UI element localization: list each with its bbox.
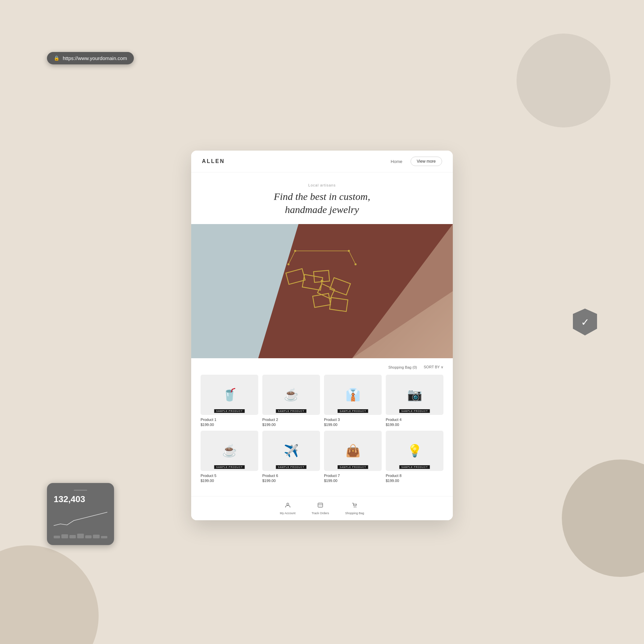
product-price-4: $199.00 bbox=[386, 423, 443, 427]
product-card-8[interactable]: 💡 SAMPLE PRODUCT Product 8 $199.00 bbox=[386, 431, 443, 483]
bottom-nav: My Account Track Orders Shopping Bag bbox=[191, 496, 453, 520]
product-badge-1: SAMPLE PRODUCT bbox=[214, 409, 245, 413]
product-icon-2: ☕ bbox=[284, 388, 299, 402]
products-grid: 🥤 SAMPLE PRODUCT Product 1 $199.00 ☕ SAM… bbox=[201, 375, 443, 483]
bar-6 bbox=[93, 535, 99, 538]
product-image-5: ☕ SAMPLE PRODUCT bbox=[201, 431, 258, 471]
widget-handle bbox=[74, 490, 87, 491]
bottom-nav-item-shopping-bag[interactable]: Shopping Bag bbox=[345, 502, 364, 515]
product-icon-1: 🥤 bbox=[222, 388, 237, 402]
product-image-6: ✈️ SAMPLE PRODUCT bbox=[262, 431, 320, 471]
bottom-nav-icon-1 bbox=[317, 502, 324, 510]
hero-title-line1: Find the best in custom, bbox=[274, 191, 370, 202]
product-image-2: ☕ SAMPLE PRODUCT bbox=[262, 375, 320, 415]
bottom-nav-label-2: Shopping Bag bbox=[345, 512, 364, 515]
product-name-4: Product 4 bbox=[386, 418, 443, 422]
bar-3 bbox=[69, 535, 76, 538]
bottom-nav-item-my-account[interactable]: My Account bbox=[280, 502, 296, 515]
product-image-bg-1: 🥤 bbox=[201, 375, 258, 415]
product-image-bg-4: 📷 bbox=[386, 375, 443, 415]
product-name-6: Product 6 bbox=[262, 474, 320, 478]
bottom-nav-icon-2 bbox=[351, 502, 358, 510]
product-image-8: 💡 SAMPLE PRODUCT bbox=[386, 431, 443, 471]
security-badge: ✓ bbox=[573, 309, 597, 335]
lock-icon: 🔒 bbox=[54, 55, 59, 61]
product-image-1: 🥤 SAMPLE PRODUCT bbox=[201, 375, 258, 415]
checkmark-icon: ✓ bbox=[581, 316, 589, 328]
svg-point-15 bbox=[287, 263, 289, 265]
product-card-7[interactable]: 👜 SAMPLE PRODUCT Product 7 $199.00 bbox=[324, 431, 382, 483]
product-card-3[interactable]: 👔 SAMPLE PRODUCT Product 3 $199.00 bbox=[324, 375, 382, 427]
url-bar[interactable]: 🔒 https://www.yourdomain.com bbox=[47, 52, 134, 64]
hero-section: Local artisans Find the best in custom, … bbox=[191, 172, 453, 224]
bar-2 bbox=[61, 534, 68, 538]
product-badge-4: SAMPLE PRODUCT bbox=[399, 409, 430, 413]
svg-point-18 bbox=[287, 503, 289, 505]
product-image-bg-7: 👜 bbox=[324, 431, 382, 471]
product-icon-8: 💡 bbox=[407, 444, 422, 458]
product-name-2: Product 2 bbox=[262, 418, 320, 422]
product-image-7: 👜 SAMPLE PRODUCT bbox=[324, 431, 382, 471]
bg-shape-left bbox=[0, 545, 99, 644]
hero-title: Find the best in custom, handmade jewelr… bbox=[199, 190, 445, 216]
product-image-4: 📷 SAMPLE PRODUCT bbox=[386, 375, 443, 415]
product-price-3: $199.00 bbox=[324, 423, 382, 427]
product-card-5[interactable]: ☕ SAMPLE PRODUCT Product 5 $199.00 bbox=[201, 431, 258, 483]
stats-number: 132,403 bbox=[54, 494, 107, 504]
stats-chart bbox=[54, 507, 107, 532]
product-icon-7: 👜 bbox=[345, 444, 361, 458]
product-badge-5: SAMPLE PRODUCT bbox=[214, 465, 245, 469]
stats-widget: 132,403 bbox=[47, 483, 114, 545]
browser-window: ALLEN Home View more Local artisans Find… bbox=[191, 151, 453, 520]
sort-by-button[interactable]: SORT BY ∨ bbox=[424, 365, 443, 369]
product-price-1: $199.00 bbox=[201, 423, 258, 427]
product-price-8: $199.00 bbox=[386, 479, 443, 483]
svg-point-17 bbox=[321, 280, 323, 282]
bar-5 bbox=[85, 535, 92, 538]
product-badge-2: SAMPLE PRODUCT bbox=[276, 409, 307, 413]
product-image-bg-8: 💡 bbox=[386, 431, 443, 471]
product-image-3: 👔 SAMPLE PRODUCT bbox=[324, 375, 382, 415]
product-price-5: $199.00 bbox=[201, 479, 258, 483]
products-section: Shopping Bag (0) SORT BY ∨ 🥤 SAMPLE PROD… bbox=[191, 358, 453, 496]
product-badge-8: SAMPLE PRODUCT bbox=[399, 465, 430, 469]
product-card-2[interactable]: ☕ SAMPLE PRODUCT Product 2 $199.00 bbox=[262, 375, 320, 427]
hero-subtitle: Local artisans bbox=[199, 183, 445, 187]
svg-point-13 bbox=[294, 250, 296, 252]
hero-image bbox=[191, 224, 453, 358]
product-name-1: Product 1 bbox=[201, 418, 258, 422]
product-image-bg-6: ✈️ bbox=[262, 431, 320, 471]
bottom-nav-item-track-orders[interactable]: Track Orders bbox=[312, 502, 329, 515]
products-header: Shopping Bag (0) SORT BY ∨ bbox=[201, 365, 443, 369]
product-image-bg-5: ☕ bbox=[201, 431, 258, 471]
product-name-5: Product 5 bbox=[201, 474, 258, 478]
product-price-6: $199.00 bbox=[262, 479, 320, 483]
product-badge-7: SAMPLE PRODUCT bbox=[338, 465, 368, 469]
url-text: https://www.yourdomain.com bbox=[63, 55, 127, 61]
nav-home-link[interactable]: Home bbox=[391, 159, 402, 164]
product-card-6[interactable]: ✈️ SAMPLE PRODUCT Product 6 $199.00 bbox=[262, 431, 320, 483]
bg-shape-right bbox=[562, 460, 644, 577]
site-logo: ALLEN bbox=[202, 158, 225, 164]
bottom-nav-label-1: Track Orders bbox=[312, 512, 329, 515]
bar-1 bbox=[54, 536, 60, 538]
product-card-1[interactable]: 🥤 SAMPLE PRODUCT Product 1 $199.00 bbox=[201, 375, 258, 427]
bar-7 bbox=[101, 536, 107, 538]
product-icon-4: 📷 bbox=[407, 388, 422, 402]
product-name-3: Product 3 bbox=[324, 418, 382, 422]
product-card-4[interactable]: 📷 SAMPLE PRODUCT Product 4 $199.00 bbox=[386, 375, 443, 427]
site-header: ALLEN Home View more bbox=[191, 151, 453, 172]
product-image-bg-2: ☕ bbox=[262, 375, 320, 415]
product-icon-3: 👔 bbox=[345, 388, 361, 402]
product-price-2: $199.00 bbox=[262, 423, 320, 427]
view-more-button[interactable]: View more bbox=[411, 157, 442, 166]
product-icon-5: ☕ bbox=[222, 444, 237, 458]
bg-shape-top-right bbox=[517, 34, 610, 127]
stats-bars bbox=[54, 534, 107, 538]
product-image-bg-3: 👔 bbox=[324, 375, 382, 415]
bottom-nav-icon-0 bbox=[284, 502, 291, 510]
bottom-nav-label-0: My Account bbox=[280, 512, 296, 515]
product-price-7: $199.00 bbox=[324, 479, 382, 483]
product-name-8: Product 8 bbox=[386, 474, 443, 478]
product-badge-3: SAMPLE PRODUCT bbox=[338, 409, 368, 413]
